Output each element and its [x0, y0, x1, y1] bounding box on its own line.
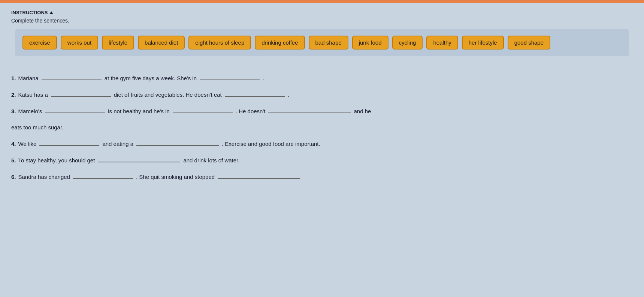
sentence-2-num: 2. [11, 90, 16, 100]
blank-6b[interactable] [218, 171, 300, 179]
word-chip-healthy[interactable]: healthy [426, 36, 458, 50]
sentence-5-text2: and drink lots of water. [183, 155, 239, 165]
blank-4b[interactable] [136, 138, 219, 146]
sentence-1-text1: at the gym five days a week. She's in [105, 73, 197, 83]
sentences-area: 1. Mariana at the gym five days a week. … [0, 69, 644, 195]
word-chip-lifestyle[interactable]: lifestyle [102, 36, 134, 50]
blank-1b[interactable] [200, 73, 260, 80]
word-chip-exercise[interactable]: exercise [22, 36, 57, 50]
sentence-4-we: We like [18, 139, 37, 149]
blank-4a[interactable] [39, 138, 99, 146]
sentence-3-text2: . He doesn't [236, 106, 266, 116]
word-chip-drinking-coffee[interactable]: drinking coffee [255, 36, 305, 50]
sentence-3-text1: is not healthy and he's in [108, 106, 170, 116]
blank-3b[interactable] [173, 106, 233, 113]
sentence-1-num: 1. [11, 73, 16, 83]
header-area: INSTRUCTIONS Complete the sentences. exe… [0, 3, 644, 69]
sentence-2: 2. Katsu has a diet of fruits and vegeta… [11, 89, 633, 100]
sentence-6-text1: . She quit smoking and stopped [136, 172, 215, 182]
sentence-4-text1: and eating a [102, 139, 133, 149]
sentence-6-num: 6. [11, 172, 16, 182]
sentence-2-katsu: Katsu has a [18, 90, 48, 100]
complete-text: Complete the sentences. [11, 18, 633, 24]
blank-3a[interactable] [45, 106, 105, 113]
sentence-2-dot: . [288, 90, 289, 100]
sentence-5-num: 5. [11, 155, 16, 165]
sentence-4: 4. We like and eating a . Exercise and g… [11, 138, 633, 149]
sentence-3-text3: and he [354, 106, 371, 116]
word-chip-bad-shape[interactable]: bad shape [309, 36, 348, 50]
sentence-3-line2: eats too much sugar. [11, 122, 633, 132]
word-chip-cycling[interactable]: cycling [392, 36, 423, 50]
instructions-label: INSTRUCTIONS [11, 10, 633, 15]
blank-2a[interactable] [51, 89, 111, 97]
sentence-4-num: 4. [11, 139, 16, 149]
instructions-text: INSTRUCTIONS [11, 10, 48, 15]
sentence-3-line1: 3. Marcelo's is not healthy and he's in … [11, 106, 633, 116]
sentence-6: 6. Sandra has changed . She quit smoking… [11, 171, 633, 182]
sentence-3-num: 3. [11, 106, 16, 116]
triangle-icon [49, 11, 53, 14]
sentence-1-mariana: Mariana [18, 73, 39, 83]
sentence-4-text2: . Exercise and good food are important. [222, 139, 320, 149]
word-chip-good-shape[interactable]: good shape [508, 36, 550, 50]
sentence-1-dot: . [263, 73, 264, 83]
sentence-3-text4: eats too much sugar. [11, 122, 63, 132]
top-bar [0, 0, 644, 3]
sentence-3-marcelo: Marcelo's [18, 106, 42, 116]
blank-5a[interactable] [98, 155, 180, 162]
blank-1a[interactable] [42, 73, 102, 80]
sentence-6-sandra: Sandra has changed [18, 172, 70, 182]
word-chip-her-lifestyle[interactable]: her lifestyle [462, 36, 504, 50]
word-bank: exerciseworks outlifestylebalanced diete… [15, 29, 629, 56]
word-chip-works-out[interactable]: works out [61, 36, 98, 50]
sentence-2-text1: diet of fruits and vegetables. He doesn'… [114, 90, 222, 100]
word-chip-eight-hours-of-sleep[interactable]: eight hours of sleep [188, 36, 251, 50]
blank-3c[interactable] [268, 106, 351, 113]
blank-2b[interactable] [225, 89, 285, 97]
sentence-1: 1. Mariana at the gym five days a week. … [11, 73, 633, 83]
word-chip-junk-food[interactable]: junk food [352, 36, 388, 50]
blank-6a[interactable] [73, 171, 133, 179]
word-chip-balanced-diet[interactable]: balanced diet [138, 36, 185, 50]
sentence-5-text1: To stay healthy, you should get [18, 155, 95, 165]
sentence-5: 5. To stay healthy, you should get and d… [11, 155, 633, 165]
